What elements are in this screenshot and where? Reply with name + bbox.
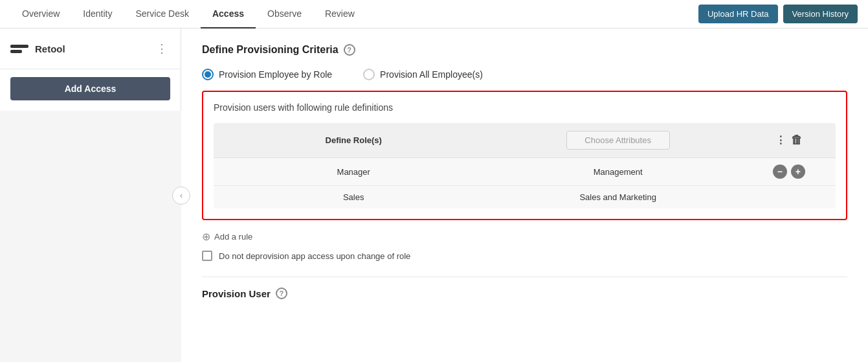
add-rule-icon: ⊕ [202,231,210,243]
sidebar-content: Add Access [0,77,181,100]
brand-name: Retool [35,43,65,54]
sidebar-kebab-icon[interactable]: ⋮ [153,39,170,58]
sidebar: Retool ⋮ Add Access [0,28,181,111]
upload-hr-data-button[interactable]: Upload HR Data [698,5,778,23]
rule-table: Define Role(s) Choose Attributes ⋮ 🗑 [214,123,836,209]
radio-provision-by-role[interactable]: Provision Employee by Role [202,69,332,80]
add-rule-row[interactable]: ⊕ Add a rule [202,231,847,243]
rule-description: Provision users with following rule defi… [214,102,836,113]
tab-service-desk[interactable]: Service Desk [124,0,201,28]
nav-actions: Upload HR Data Version History [698,5,858,23]
attr-cell-sales-marketing: Sales and Marketing [493,186,742,209]
help-icon[interactable]: ? [344,44,355,56]
sidebar-actions: ⋮ [153,39,170,58]
tab-observe[interactable]: Observe [256,0,313,28]
role-cell-manager: Manager [214,158,493,186]
tab-overview[interactable]: Overview [10,0,71,28]
col-attr-header: Choose Attributes [493,123,742,158]
tab-review[interactable]: Review [313,0,366,28]
table-kebab-icon[interactable]: ⋮ [775,134,786,146]
provision-header: Provision User ? [202,288,847,299]
tab-access[interactable]: Access [201,0,256,28]
radio-all-label: Provision All Employee(s) [380,69,483,80]
rule-box: Provision users with following rule defi… [202,91,847,220]
radio-provision-all-employees[interactable]: Provision All Employee(s) [363,69,483,80]
provision-title: Provision User [202,288,271,299]
deprovision-checkbox[interactable] [202,251,212,261]
brand-icon-bar2 [10,50,22,53]
table-row: Manager Management − + [214,158,836,186]
add-rule-label: Add a rule [214,232,252,242]
row-actions-2 [742,186,836,209]
radio-group: Provision Employee by Role Provision All… [202,69,847,80]
table-row: Sales Sales and Marketing [214,186,836,209]
radio-by-role-inner [205,71,211,78]
main-content: Define Provisioning Criteria ? Provision… [181,28,868,362]
layout: Retool ⋮ Add Access ‹ Define Provisionin… [0,28,868,362]
role-cell-sales: Sales [214,186,493,209]
remove-row-1-button[interactable]: − [773,164,787,179]
provision-section: Provision User ? [202,277,847,299]
provision-help-icon[interactable]: ? [276,288,287,299]
tab-identity[interactable]: Identity [71,0,124,28]
sidebar-brand: Retool ⋮ [0,39,181,69]
radio-by-role-label: Provision Employee by Role [219,69,332,80]
col-role-header: Define Role(s) [214,123,493,158]
radio-all-outer [363,69,375,80]
deprovision-checkbox-row: Do not deprovision app access upon chang… [202,251,847,261]
section-header: Define Provisioning Criteria ? [202,44,847,56]
table-header-row: Define Role(s) Choose Attributes ⋮ 🗑 [214,123,836,158]
attr-cell-management: Management [493,158,742,186]
nav-tabs: Overview Identity Service Desk Access Ob… [10,0,698,28]
sidebar-divider [0,69,181,69]
table-header-actions: ⋮ 🗑 [753,133,825,147]
row-1-actions: − + [753,164,825,179]
brand-icon-bar1 [10,45,28,48]
version-history-button[interactable]: Version History [783,5,858,23]
row-actions-1: − + [742,158,836,186]
sidebar-collapse-button[interactable]: ‹ [172,187,190,205]
table-delete-icon[interactable]: 🗑 [791,133,803,147]
col-actions-header: ⋮ 🗑 [742,123,836,158]
add-access-button[interactable]: Add Access [10,77,170,100]
section-title: Define Provisioning Criteria [202,44,339,56]
choose-attributes-button[interactable]: Choose Attributes [566,131,670,150]
sidebar-wrapper: Retool ⋮ Add Access ‹ [0,28,181,362]
radio-by-role-outer [202,69,214,80]
brand-icon [10,45,28,53]
top-nav: Overview Identity Service Desk Access Ob… [0,0,868,28]
add-row-button[interactable]: + [791,164,805,179]
deprovision-checkbox-label: Do not deprovision app access upon chang… [219,251,410,261]
